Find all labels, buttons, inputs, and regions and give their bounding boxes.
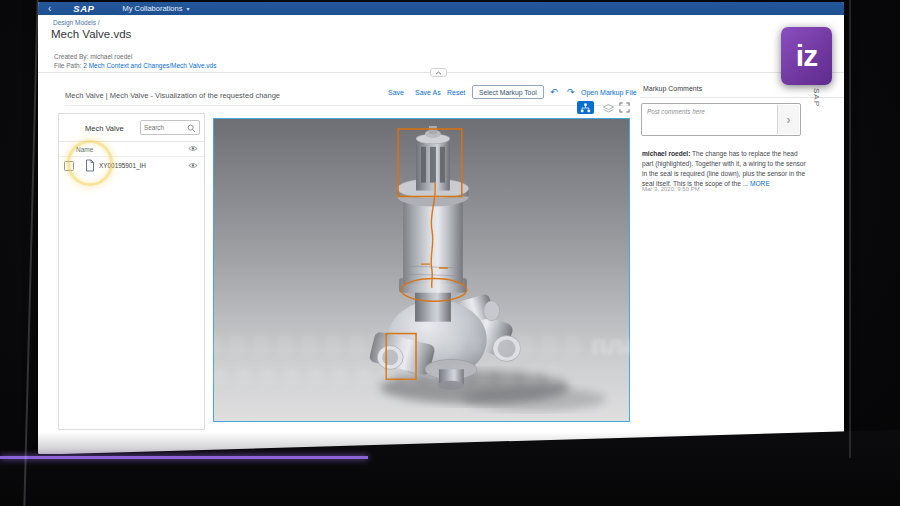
- created-by-value: michael roedel: [90, 53, 132, 60]
- iz-logo-text: iz: [796, 41, 817, 71]
- toolbar-divider: [65, 105, 630, 106]
- back-icon[interactable]: ‹: [48, 4, 51, 14]
- layers-button[interactable]: [602, 103, 614, 113]
- created-by-label: Created By:: [54, 53, 88, 60]
- video-subtitle-watermark: платформы: [62, 330, 772, 360]
- sap-side-tag: SAP: [812, 88, 821, 107]
- bezel-highlight: [849, 0, 851, 458]
- comment-timestamp: Mar 3, 2020, 9:50 PM: [642, 186, 700, 192]
- chevron-up-icon: [435, 71, 442, 75]
- collapse-header-button[interactable]: [430, 68, 447, 77]
- expand-icon: [619, 102, 630, 113]
- comments-panel-title: Markup Comments: [643, 85, 702, 92]
- model-tree-toggle-button[interactable]: [577, 101, 594, 114]
- reset-button[interactable]: Reset: [447, 89, 465, 96]
- save-as-button[interactable]: Save As: [415, 89, 441, 96]
- comment-author: michael roedel:: [642, 150, 690, 157]
- select-markup-tool-button[interactable]: Select Markup Tool: [472, 85, 544, 99]
- breadcrumb[interactable]: Design Models /: [53, 19, 100, 26]
- click-highlight-halo: [67, 140, 113, 186]
- fullscreen-button[interactable]: [618, 102, 630, 113]
- layers-icon: [603, 104, 614, 113]
- watermark-text: платформы: [581, 330, 772, 361]
- comment-item: michael roedel: The change has to replac…: [642, 149, 806, 189]
- visibility-all-icon[interactable]: [188, 145, 198, 152]
- save-button[interactable]: Save: [388, 89, 404, 96]
- file-path-link[interactable]: 2 Mech Context and Changes/Mech Valve.vd…: [83, 62, 216, 69]
- chevron-down-icon: ▾: [186, 5, 189, 12]
- file-path-label: File Path:: [54, 62, 81, 69]
- open-markup-file-button[interactable]: Open Markup File: [581, 89, 637, 96]
- search-icon[interactable]: [187, 124, 196, 133]
- markup-comments-panel: Markup Comments Post comments here › mic…: [640, 85, 812, 430]
- comment-input[interactable]: Post comments here ›: [641, 103, 801, 136]
- sap-shell-bar: ‹ SAP My Collaborations ▾: [38, 2, 844, 15]
- sap-logo: SAP: [73, 3, 94, 14]
- search-input[interactable]: [144, 122, 186, 133]
- my-collaborations-menu[interactable]: My Collaborations: [122, 4, 182, 13]
- undo-icon[interactable]: ↶: [550, 87, 558, 97]
- viewer-title: Mech Valve | Mech Valve - Visualization …: [65, 91, 280, 100]
- comment-placeholder: Post comments here: [647, 108, 705, 115]
- hierarchy-icon: [580, 103, 591, 113]
- visibility-icon[interactable]: [188, 162, 198, 169]
- post-comment-button[interactable]: ›: [777, 105, 799, 134]
- redo-icon[interactable]: ↷: [567, 87, 575, 97]
- comment-more-link[interactable]: MORE: [750, 180, 770, 187]
- watermark-blur: [62, 336, 581, 354]
- page-title: Mech Valve.vds: [51, 28, 131, 40]
- video-progress-bar[interactable]: [0, 456, 368, 459]
- iz-channel-logo: iz: [781, 27, 832, 85]
- file-meta: Created By: michael roedel File Path: 2 …: [54, 52, 216, 71]
- bezel-highlight: [23, 0, 38, 506]
- watermark-blur: [92, 367, 557, 385]
- search-field[interactable]: [140, 120, 200, 135]
- model-tree-title: Mech Valve: [85, 124, 124, 133]
- video-subtitle-watermark: [92, 363, 557, 389]
